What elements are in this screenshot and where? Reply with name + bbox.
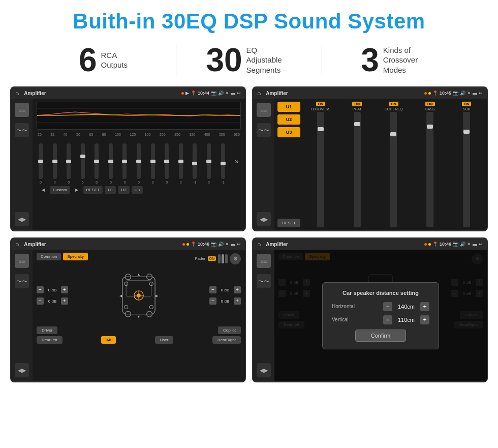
driver-btn[interactable]: Driver — [37, 326, 57, 334]
horizontal-minus-btn[interactable]: − — [383, 302, 392, 311]
eq-left-sidebar: ≡≡ 〜〜 ◀▶ — [11, 99, 33, 230]
vol4-minus-btn[interactable]: − — [209, 297, 216, 305]
rearright-btn[interactable]: RearRight — [212, 336, 241, 344]
speaker-screen: ⌂ Amplifier 📍 10:46 📷 🔊 ✕ ▬ ↩ ≡≡ 〜〜 ◀▶ — [10, 237, 246, 382]
amp-u2-btn[interactable]: U2 — [277, 114, 300, 125]
dlg-sidebar-eq-icon[interactable]: ≡≡ — [257, 254, 271, 268]
bass-on-badge[interactable]: ON — [425, 102, 435, 106]
sidebar-wave-icon[interactable]: 〜〜 — [15, 123, 29, 137]
vol3-plus-btn[interactable]: + — [234, 286, 241, 293]
eq-slider-2[interactable]: 0 — [53, 143, 57, 184]
speaker-status-icons: 📍 10:46 📷 🔊 ✕ ▬ ↩ — [182, 242, 241, 247]
eq-screen: ⌂ Amplifier ▶ 📍 10:44 📷 🔊 ✕ ▬ ↩ ≡≡ 〜〜 ◀▶ — [10, 86, 246, 231]
confirm-button[interactable]: Confirm — [355, 330, 407, 342]
eq-freq-labels: 25 32 40 50 63 80 100 125 160 200 250 32… — [37, 133, 241, 136]
eq-slider-7[interactable]: 0 — [122, 143, 127, 184]
loudness-fader[interactable] — [317, 112, 324, 227]
all-btn[interactable]: All — [101, 336, 116, 344]
eq-status-bar: ⌂ Amplifier ▶ 📍 10:44 📷 🔊 ✕ ▬ ↩ — [11, 87, 245, 99]
eq-u3-btn[interactable]: U3 — [132, 186, 143, 194]
amp-sidebar-vol-icon[interactable]: ◀▶ — [257, 212, 271, 226]
bass-fader[interactable] — [426, 112, 433, 227]
sp-sidebar-eq-icon[interactable]: ≡≡ — [15, 254, 29, 268]
amp-sidebar-eq-icon[interactable]: ≡≡ — [257, 103, 271, 117]
loudness-on-badge[interactable]: ON — [316, 102, 326, 106]
eq-reset-btn[interactable]: RESET — [83, 186, 103, 194]
vol1-plus-btn[interactable]: + — [61, 286, 68, 293]
eq-u2-btn[interactable]: U2 — [118, 186, 129, 194]
vol3-minus-btn[interactable]: − — [209, 286, 216, 293]
horizontal-plus-btn[interactable]: + — [420, 302, 429, 311]
dlg-dot2 — [428, 243, 431, 246]
stat-label-crossover: Kinds ofCrossover Modes — [383, 45, 429, 75]
eq-slider-8[interactable]: 0 — [137, 143, 141, 184]
sidebar-eq-icon[interactable]: ≡≡ — [15, 103, 29, 117]
eq-slider-3[interactable]: 0 — [67, 143, 71, 184]
sub-on-badge[interactable]: ON — [462, 102, 472, 106]
amp-channel-sub: ON SUB — [449, 102, 484, 227]
dialog-bg-content: Common Specialty ⚙ − 0 dB + — [274, 250, 487, 381]
vol2-minus-btn[interactable]: − — [37, 297, 44, 305]
copilot-btn[interactable]: Copilot — [218, 326, 241, 334]
amp-sidebar-wave-icon[interactable]: 〜〜 — [257, 123, 271, 137]
eq-u1-btn[interactable]: U1 — [105, 186, 116, 194]
amp-channels: ON LOUDNESS ON PHAT — [303, 102, 484, 227]
amp-u1-btn[interactable]: U1 — [277, 102, 300, 112]
dlg-sidebar-vol-icon[interactable]: ◀▶ — [257, 363, 271, 377]
rearleft-btn[interactable]: RearLeft — [37, 336, 63, 344]
amp-u3-btn[interactable]: U3 — [277, 127, 300, 137]
eq-custom-btn[interactable]: Custom — [50, 186, 70, 194]
right-vol-col: − 0 dB + − 0 dB + — [209, 267, 241, 323]
amp-camera-icon: 📷 — [453, 91, 458, 96]
play-indicator: ▶ — [185, 91, 189, 96]
amp-x-icon: ✕ — [467, 91, 471, 96]
amp-location-icon: 📍 — [432, 91, 438, 96]
eq-slider-9[interactable]: 0 — [151, 143, 155, 184]
dot-icon — [181, 92, 184, 95]
sub-fader[interactable] — [463, 112, 470, 227]
speaker-time: 10:46 — [198, 242, 209, 247]
amp-channel-cutfreq: ON CUT FREQ — [377, 102, 411, 227]
eq-slider-14[interactable]: -1 — [221, 143, 225, 184]
sidebar-vol-icon[interactable]: ◀▶ — [15, 212, 29, 226]
cutfreq-fader[interactable] — [390, 112, 397, 227]
eq-slider-10[interactable]: 0 — [165, 143, 169, 184]
eq-slider-12[interactable]: -1 — [193, 143, 197, 184]
user-btn[interactable]: User — [155, 336, 174, 344]
eq-slider-5[interactable]: 0 — [95, 143, 99, 184]
eq-slider-1[interactable]: 0 — [39, 143, 43, 184]
fader-on-badge[interactable]: ON — [208, 256, 216, 261]
amp-left-sidebar: ≡≡ 〜〜 ◀▶ — [253, 99, 274, 230]
eq-slider-13[interactable]: 0 — [207, 143, 211, 184]
vol4-plus-btn[interactable]: + — [234, 297, 241, 305]
eq-slider-6[interactable]: 0 — [109, 143, 113, 184]
stat-number-rca: 6 — [79, 44, 97, 76]
sp-sidebar-vol-icon[interactable]: ◀▶ — [15, 363, 29, 377]
eq-slider-11[interactable]: 0 — [179, 143, 183, 184]
sp-sidebar-wave-icon[interactable]: 〜〜 — [15, 274, 29, 288]
vertical-minus-btn[interactable]: − — [383, 315, 392, 324]
settings-icon[interactable]: ⚙ — [230, 253, 241, 264]
eq-next-icon[interactable]: » — [235, 157, 239, 165]
amp-reset-btn[interactable]: RESET — [277, 219, 300, 227]
dialog-vertical-row: Vertical − 110cm + — [332, 315, 429, 324]
amp-battery-icon: ▬ — [473, 91, 477, 96]
tab-common[interactable]: Common — [37, 253, 61, 260]
eq-slider-4[interactable]: 5 — [81, 143, 85, 184]
screens-grid: ⌂ Amplifier ▶ 📍 10:44 📷 🔊 ✕ ▬ ↩ ≡≡ 〜〜 ◀▶ — [0, 83, 498, 387]
tab-specialty[interactable]: Specialty — [63, 253, 87, 260]
phat-fader[interactable] — [354, 112, 361, 227]
vol1-minus-btn[interactable]: − — [37, 286, 44, 293]
eq-bottom-bar: ◀ Custom ▶ RESET U1 U2 U3 — [37, 186, 241, 194]
stat-number-eq: 30 — [206, 44, 242, 76]
eq-prev-btn[interactable]: ◀ — [39, 186, 48, 194]
eq-play-btn[interactable]: ▶ — [72, 186, 81, 194]
dlg-sidebar-wave-icon[interactable]: 〜〜 — [257, 274, 271, 288]
phat-on-badge[interactable]: ON — [352, 102, 362, 106]
freq-250: 250 — [174, 133, 180, 136]
amp-screen-content: ≡≡ 〜〜 ◀▶ U1 U2 U3 RESET ON LOUDNESS — [253, 99, 487, 230]
cutfreq-on-badge[interactable]: ON — [389, 102, 398, 106]
vol2-plus-btn[interactable]: + — [61, 297, 68, 305]
camera-icon: 📷 — [211, 91, 216, 96]
vertical-plus-btn[interactable]: + — [420, 315, 429, 324]
